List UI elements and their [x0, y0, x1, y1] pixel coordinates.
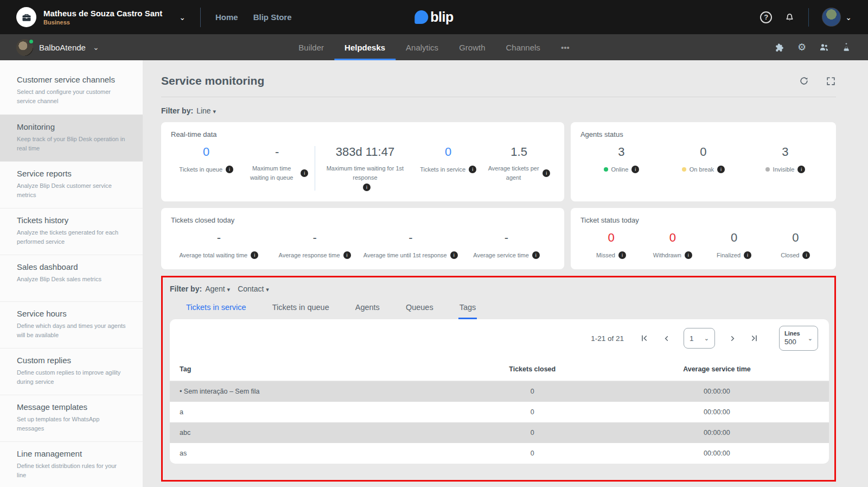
sidebar-item-title: Message templates — [17, 402, 127, 412]
last-page-icon[interactable] — [745, 330, 763, 347]
info-icon[interactable]: i — [469, 166, 476, 173]
blip-logo: blip — [414, 9, 453, 25]
tags-table-card: 1-21 of 21 1 ⌄ — [170, 319, 829, 464]
metric-label: Maximum time waiting for 1st response — [319, 164, 411, 182]
tab-helpdesks[interactable]: Helpdesks — [334, 34, 395, 60]
line-filter-dropdown[interactable]: Line ▾ — [196, 106, 216, 115]
info-icon[interactable]: i — [744, 251, 751, 259]
table-row[interactable]: as 0 00:00:00 — [170, 443, 829, 464]
metric-average-tickets-per-agent: 1.5 Average tickets per agenti — [483, 145, 554, 182]
table-row[interactable]: abc 0 00:00:00 — [170, 422, 829, 443]
sidebar-item-title: Custom replies — [17, 356, 127, 365]
sidebar-item-customer-service-channels[interactable]: Customer service channels Select and con… — [0, 68, 143, 115]
tickets-closed-cell: 0 — [460, 381, 605, 402]
sidebar-item-monitoring[interactable]: Monitoring Keep track of your Blip Desk … — [0, 115, 143, 161]
bell-icon[interactable] — [784, 11, 795, 23]
tab-more[interactable]: ••• — [551, 34, 580, 60]
tab-queues[interactable]: Queues — [405, 300, 435, 319]
column-header-average-service-time: Average service time — [605, 357, 829, 381]
contact-filter-dropdown[interactable]: Contact ▾ — [238, 284, 269, 293]
sidebar-item-desc: Set up templates for WhatsApp messages — [17, 415, 127, 433]
next-page-icon[interactable] — [724, 330, 741, 347]
tag-cell: • Sem interação – Sem fila — [170, 381, 460, 402]
filter-by-label: Filter by: — [170, 284, 202, 293]
metric-average-total-waiting-time: - Average total waiting timei — [171, 231, 267, 260]
account-switcher[interactable]: Matheus de Souza Castro Sant Business ⌄ — [16, 7, 186, 27]
sidebar-item-message-templates[interactable]: Message templates Set up templates for W… — [0, 395, 143, 441]
info-icon[interactable]: i — [251, 251, 258, 259]
info-icon[interactable]: i — [685, 251, 692, 259]
tab-builder[interactable]: Builder — [288, 34, 334, 60]
refresh-icon[interactable] — [799, 75, 809, 86]
tab-growth[interactable]: Growth — [449, 34, 495, 60]
divider — [200, 8, 201, 27]
first-page-icon[interactable] — [636, 330, 653, 347]
info-icon[interactable]: i — [301, 169, 308, 177]
tickets-closed-cell: 0 — [460, 402, 605, 422]
tag-cell: abc — [170, 422, 460, 443]
info-icon[interactable]: i — [363, 184, 371, 191]
bot-switcher[interactable]: BalboAtende ⌄ — [16, 39, 99, 56]
info-icon[interactable]: i — [717, 166, 725, 173]
metric-agents-online: 3 Onlinei — [580, 145, 662, 174]
lines-value: 500 — [784, 338, 800, 346]
metric-average-time-until-first-response: - Average time until 1st responsei — [362, 231, 458, 260]
lines-per-page-select[interactable]: Lines 500 ⌄ — [779, 326, 818, 351]
tab-tags[interactable]: Tags — [458, 300, 477, 319]
average-service-time-cell: 00:00:00 — [605, 443, 829, 464]
info-icon[interactable]: i — [226, 166, 233, 173]
sidebar-item-desc: Define which days and times your agents … — [17, 321, 127, 340]
info-icon[interactable]: i — [618, 251, 626, 259]
filter-by-label: Filter by: — [161, 106, 193, 115]
tag-cell: a — [170, 402, 460, 422]
tab-analytics[interactable]: Analytics — [395, 34, 449, 60]
fullscreen-icon[interactable] — [826, 76, 836, 86]
average-service-time-cell: 00:00:00 — [605, 422, 829, 443]
tab-channels[interactable]: Channels — [495, 34, 550, 60]
sidebar-item-service-reports[interactable]: Service reports Analyze Blip Desk custom… — [0, 161, 143, 208]
metric-value: 0 — [171, 145, 241, 159]
sidebar-item-service-hours[interactable]: Service hours Define which days and time… — [0, 301, 143, 348]
integrations-puzzle-icon[interactable] — [774, 42, 785, 53]
info-icon[interactable]: i — [343, 251, 351, 259]
lab-flask-icon[interactable] — [841, 42, 852, 53]
metric-max-time-waiting-queue: - Maximum time waiting in queuei — [241, 145, 312, 182]
sidebar-item-tickets-history[interactable]: Tickets history Analyze the tickets gene… — [0, 208, 143, 255]
agent-filter-dropdown[interactable]: Agent ▾ — [205, 284, 230, 293]
info-icon[interactable]: i — [797, 166, 805, 173]
nav-home[interactable]: Home — [215, 12, 238, 22]
help-icon[interactable]: ? — [760, 11, 772, 23]
metric-label: Online — [611, 165, 629, 174]
sidebar-item-line-management[interactable]: Line management Define ticket distributi… — [0, 441, 143, 487]
card-title: Real-time data — [171, 130, 554, 138]
tags-table: Tag Tickets closed Average service time … — [170, 357, 829, 464]
user-menu[interactable]: ⌄ — [822, 8, 852, 27]
team-members-icon[interactable] — [819, 42, 829, 53]
dropdown-caret-icon: ▾ — [266, 286, 269, 293]
tab-tickets-in-service[interactable]: Tickets in service — [185, 300, 247, 319]
tab-tickets-in-queue[interactable]: Tickets in queue — [271, 300, 330, 319]
tab-agents[interactable]: Agents — [354, 300, 381, 319]
chevron-down-icon: ⌄ — [704, 335, 709, 342]
nav-blip-store[interactable]: Blip Store — [253, 12, 292, 22]
info-icon[interactable]: i — [532, 251, 540, 259]
divider — [808, 8, 809, 27]
sidebar-item-title: Tickets history — [17, 216, 127, 225]
sidebar-item-custom-replies[interactable]: Custom replies Define custom replies to … — [0, 348, 143, 395]
previous-page-icon[interactable] — [658, 330, 675, 347]
table-row[interactable]: a 0 00:00:00 — [170, 402, 829, 422]
metric-value: - — [241, 145, 312, 159]
tickets-closed-cell: 0 — [460, 443, 605, 464]
sidebar-item-desc: Select and configure your customer servi… — [17, 87, 127, 106]
info-icon[interactable]: i — [631, 166, 639, 173]
metric-value: 383d 11:47 — [317, 145, 413, 159]
info-icon[interactable]: i — [450, 251, 458, 259]
settings-gear-icon[interactable]: ⚙ — [796, 42, 807, 53]
page-select[interactable]: 1 ⌄ — [684, 328, 715, 349]
table-row[interactable]: • Sem interação – Sem fila 0 00:00:00 — [170, 381, 829, 402]
ticket-status-today-card: Ticket status today 0 Missedi 0 Withdraw… — [571, 208, 836, 269]
top-bar: Matheus de Souza Castro Sant Business ⌄ … — [0, 0, 868, 34]
sidebar-item-sales-dashboard[interactable]: Sales dashboard Analyze Blip Desk sales … — [0, 255, 143, 301]
info-icon[interactable]: i — [542, 169, 550, 177]
info-icon[interactable]: i — [802, 251, 810, 259]
